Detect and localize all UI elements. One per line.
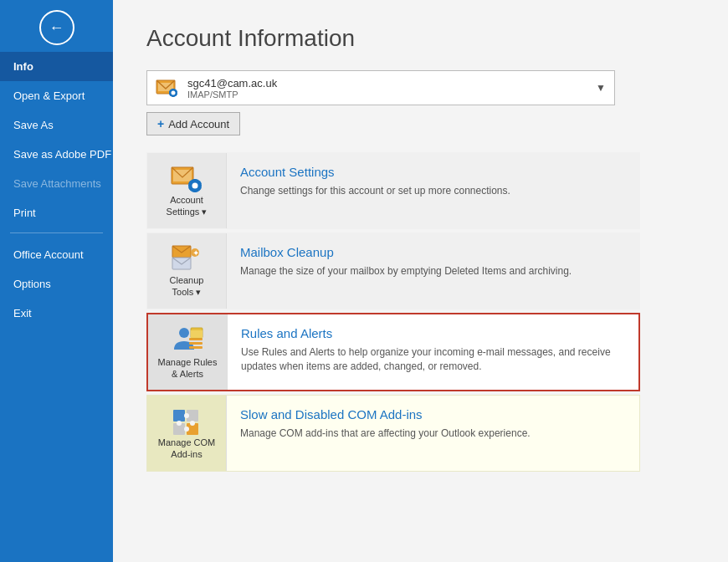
main-content: Account Information sgc41@cam.ac.uk I — [113, 0, 728, 562]
svg-rect-26 — [189, 342, 203, 345]
svg-rect-17 — [193, 190, 197, 192]
svg-text:✦: ✦ — [192, 248, 199, 258]
svg-rect-27 — [189, 346, 203, 349]
account-settings-title: Account Settings — [240, 165, 626, 179]
svg-rect-7 — [172, 95, 175, 97]
addins-text: Slow and Disabled COM Add-ins Manage COM… — [227, 396, 639, 471]
sidebar-divider — [10, 232, 103, 233]
rules-desc: Use Rules and Alerts to help organize yo… — [241, 345, 625, 374]
rules-text: Rules and Alerts Use Rules and Alerts to… — [228, 314, 638, 390]
addins-svg — [170, 406, 203, 437]
svg-rect-4 — [172, 89, 175, 90]
sidebar: ← Info Open & Export Save As Save as Ado… — [0, 0, 113, 562]
cleanup-desc: Manage the size of your mailbox by empty… — [240, 264, 626, 278]
sidebar-item-info[interactable]: Info — [0, 52, 113, 81]
svg-point-37 — [190, 421, 195, 426]
addins-title: Slow and Disabled COM Add-ins — [240, 407, 626, 422]
add-account-label: Add Account — [168, 118, 229, 130]
rules-svg — [171, 324, 204, 356]
com-addins-card[interactable]: Manage COMAdd-ins Slow and Disabled COM … — [146, 395, 640, 472]
page-title: Account Information — [146, 25, 695, 52]
account-dropdown[interactable]: sgc41@cam.ac.uk IMAP/SMTP ▼ — [146, 70, 615, 105]
account-email: sgc41@cam.ac.uk — [187, 77, 596, 89]
sidebar-item-save-attach: Save Attachments — [0, 169, 113, 198]
account-icon — [156, 76, 179, 100]
account-settings-icon: AccountSettings ▾ — [147, 153, 227, 228]
svg-rect-29 — [191, 330, 203, 338]
cleanup-text: Mailbox Cleanup Manage the size of your … — [227, 233, 639, 309]
com-addins-icon: Manage COMAdd-ins — [147, 396, 227, 471]
account-settings-card[interactable]: AccountSettings ▾ Account Settings Chang… — [146, 152, 640, 229]
account-settings-text: Account Settings Change settings for thi… — [227, 153, 639, 228]
plus-icon: + — [157, 117, 164, 130]
sidebar-item-office-account[interactable]: Office Account — [0, 240, 113, 269]
cleanup-title: Mailbox Cleanup — [240, 245, 626, 259]
svg-point-35 — [177, 421, 182, 426]
cleanup-svg: ✦ — [170, 244, 203, 274]
dropdown-arrow-icon: ▼ — [596, 82, 606, 94]
account-type: IMAP/SMTP — [187, 89, 596, 100]
rules-alerts-icon: Manage Rules& Alerts — [148, 314, 228, 390]
sidebar-item-print[interactable]: Print — [0, 198, 113, 227]
rules-icon-label: Manage Rules& Alerts — [158, 356, 218, 381]
rules-alerts-card[interactable]: Manage Rules& Alerts Rules and Alerts Us… — [146, 313, 640, 391]
sidebar-item-save-adobe[interactable]: Save as Adobe PDF — [0, 140, 113, 169]
sidebar-item-exit[interactable]: Exit — [0, 299, 113, 328]
svg-point-24 — [179, 328, 189, 338]
cleanup-tools-icon: ✦ CleanupTools ▾ — [147, 233, 227, 309]
sidebar-item-open-export[interactable]: Open & Export — [0, 81, 113, 110]
account-settings-desc: Change settings for this account or set … — [240, 184, 626, 198]
svg-point-13 — [192, 182, 198, 188]
account-settings-svg — [170, 164, 203, 194]
svg-point-36 — [184, 427, 189, 432]
mailbox-cleanup-card[interactable]: ✦ CleanupTools ▾ Mailbox Cleanup Manage … — [146, 232, 640, 309]
cleanup-icon-label: CleanupTools ▾ — [170, 274, 204, 299]
envelope-icon — [156, 78, 179, 98]
back-button[interactable]: ← — [39, 10, 74, 45]
account-settings-icon-label: AccountSettings ▾ — [167, 194, 208, 218]
addins-icon-label: Manage COMAdd-ins — [158, 437, 215, 461]
svg-rect-25 — [189, 338, 203, 340]
action-cards: AccountSettings ▾ Account Settings Chang… — [146, 152, 695, 472]
account-info: sgc41@cam.ac.uk IMAP/SMTP — [187, 77, 596, 100]
sidebar-item-save-as[interactable]: Save As — [0, 110, 113, 140]
addins-desc: Manage COM add-ins that are affecting yo… — [240, 427, 626, 441]
rules-title: Rules and Alerts — [241, 326, 625, 340]
svg-rect-14 — [193, 179, 197, 181]
svg-point-3 — [172, 91, 176, 95]
svg-point-34 — [184, 413, 189, 418]
svg-rect-30 — [173, 410, 185, 422]
add-account-button[interactable]: + Add Account — [146, 112, 240, 135]
sidebar-item-options[interactable]: Options — [0, 269, 113, 299]
